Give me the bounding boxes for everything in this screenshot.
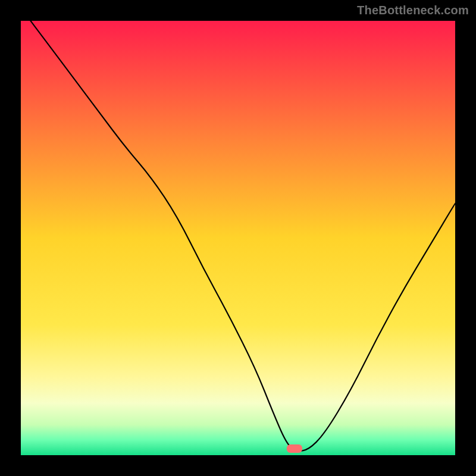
gradient-background bbox=[21, 21, 455, 455]
plot-area bbox=[21, 21, 455, 455]
watermark-text: TheBottleneck.com bbox=[357, 4, 469, 17]
optimum-marker bbox=[287, 444, 302, 453]
chart-container: TheBottleneck.com bbox=[0, 0, 476, 476]
chart-svg bbox=[21, 21, 455, 455]
